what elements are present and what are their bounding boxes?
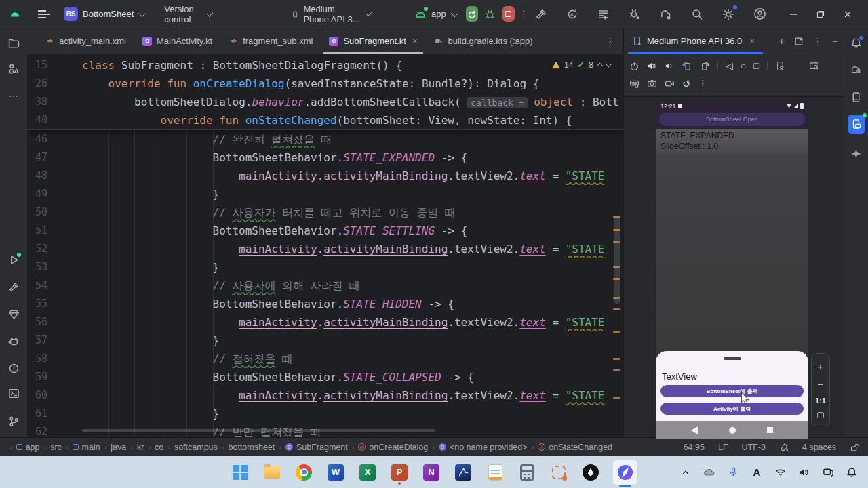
notifications-icon[interactable] [848,34,865,52]
nav-home-icon[interactable] [729,427,736,434]
logcat-icon[interactable] [5,332,22,350]
onenote-button[interactable]: N [422,461,441,484]
breadcrumb-item[interactable]: bottomsheet [228,443,275,452]
code-line[interactable]: 53} [27,258,623,277]
word-button[interactable]: W [326,461,345,484]
breadcrumb-item[interactable]: softcampus [174,443,218,452]
nav-back-icon[interactable] [691,426,698,434]
screenshot-camera-icon[interactable] [647,79,657,89]
print-to-bottomsheet-button[interactable]: BottomSheet에 출력 [660,385,804,397]
breadcrumb-item[interactable]: monCreateDialog [358,443,428,452]
code-line[interactable]: 50// 사용자가 터치를 떼고 위치로 이동 중일 때 [27,203,623,222]
search-icon[interactable] [689,6,705,22]
code-line[interactable]: 48mainActivity.activityMainBinding.textV… [27,167,623,185]
code-line[interactable]: 57} [27,331,623,350]
prev-problem-icon[interactable] [597,63,604,70]
start-button[interactable] [231,461,250,484]
gemini-icon[interactable] [848,145,865,163]
code-line[interactable]: 26override fun onCreateDialog(savedInsta… [27,75,623,93]
warning-stripe-mark[interactable] [613,396,620,399]
breadcrumb-item[interactable]: C<no name provided> [439,443,528,452]
breadcrumb-item[interactable]: java [111,443,126,452]
tab-build-gradle[interactable]: build.gradle.kts (:app) [426,28,541,54]
popout-icon[interactable] [794,37,804,46]
tab-activity-main-xml[interactable]: </> activity_main.xml [37,28,134,54]
volume-tray-icon[interactable] [797,464,811,481]
screen-record-icon[interactable] [665,79,675,89]
warning-stripe-mark[interactable] [613,358,620,360]
gradle-sync-icon[interactable] [658,6,674,22]
notifications-tray-icon[interactable] [845,464,859,481]
rotate-right-icon[interactable] [700,61,710,71]
zoom-out-button[interactable]: − [818,379,824,389]
indent-style[interactable]: 4 spaces [802,443,836,452]
run-configuration[interactable]: app [414,8,456,20]
emulator-more-icon[interactable]: ⋮ [698,79,708,88]
sync-files-icon[interactable]: A [564,6,580,22]
ime-indicator[interactable]: A [750,464,764,481]
device-selector[interactable]: Medium Phone API 3... [292,4,370,24]
print-to-activity-button[interactable]: Activity에 출력 [660,403,804,415]
affinity-button[interactable] [454,461,473,484]
next-problem-icon[interactable] [606,60,612,67]
tab-subfragment-kt[interactable]: C SubFragment.kt × [321,28,425,54]
screen-search-icon[interactable] [809,61,819,71]
drag-handle[interactable] [724,357,741,360]
overview-icon[interactable]: □ [753,61,759,70]
debug-button[interactable] [482,6,498,22]
line-separator[interactable]: LF [718,443,728,452]
highlighting-level-icon[interactable] [779,443,789,452]
running-devices-icon[interactable] [848,115,865,133]
file-explorer-button[interactable] [262,461,281,484]
add-device-icon[interactable]: + [778,35,785,47]
cursor-position[interactable]: 64:95 [684,443,705,452]
more-tool-windows-icon[interactable]: ⋯ [5,87,22,104]
code-editor[interactable]: 15class SubFragment : BottomSheetDialogF… [27,54,623,437]
device-screen[interactable]: 12:21 BottomSheet Open STATE_EXPANDED Sl… [656,100,808,439]
gradle-icon[interactable] [848,61,865,79]
code-line[interactable]: 59BottomSheetBehavior.STATE_COLLAPSED ->… [27,368,623,386]
device-tab[interactable]: Medium Phone API 36.0 × [629,28,757,54]
breadcrumb-item[interactable]: fonStateChanged [538,443,612,452]
build-icon[interactable] [533,6,549,22]
panel-options-icon[interactable]: ⋮ [813,36,823,47]
code-line[interactable]: 38bottomSheetDialog.behavior.addBottomSh… [27,93,623,111]
powerpoint-button[interactable]: P [390,461,409,484]
build-tool-icon[interactable] [5,278,22,296]
warning-stripe-mark[interactable] [613,331,620,333]
home-icon[interactable]: ○ [741,61,746,70]
device-tab-close-icon[interactable]: × [749,36,755,46]
chrome-button[interactable] [294,461,313,484]
tab-options-icon[interactable]: ⋮ [597,36,623,47]
reset-icon[interactable]: ↺ [682,79,691,89]
phone-link-icon[interactable] [821,464,835,481]
minimize-icon[interactable] [780,4,807,24]
main-menu-icon[interactable] [38,10,46,18]
code-line[interactable]: 58// 접혀졌을 때 [27,350,623,368]
code-line[interactable]: 51BottomSheetBehavior.STATE_SETTLING -> … [27,222,623,240]
hardware-input-icon[interactable] [629,79,639,89]
pen-app-button[interactable] [581,461,600,484]
warning-stripe-mark[interactable] [613,369,620,371]
breadcrumb-item[interactable]: app [16,443,40,452]
code-line[interactable]: 40override fun onStateChanged(bottomShee… [27,111,623,129]
tab-mainactivity-kt[interactable]: C MainActivity.kt [134,28,220,54]
version-control-icon[interactable] [5,412,22,430]
project-widget[interactable]: BS BottomSheet [64,7,144,21]
android-studio-button[interactable] [613,461,637,484]
code-line[interactable]: 46// 완전히 펼쳐졌을 때 [27,130,623,148]
run-tool-icon[interactable] [5,251,22,268]
profiler-icon[interactable] [627,6,643,22]
code-line[interactable]: 47BottomSheetBehavior.STATE_EXPANDED -> … [27,148,623,167]
warning-stripe-mark[interactable] [613,308,620,310]
file-encoding[interactable]: UTF-8 [742,443,766,452]
breadcrumb-item[interactable]: CSubFragment [285,443,348,452]
project-tool-icon[interactable] [5,34,22,52]
microphone-icon[interactable] [726,464,740,481]
breadcrumb[interactable]: ›app›src›main›java›kr›co›softcampus›bott… [9,443,612,452]
horizontal-scrollbar[interactable] [82,429,435,432]
back-icon[interactable]: ◁ [726,61,733,70]
zoom-in-button[interactable]: + [818,361,824,371]
more-actions-icon[interactable]: ⋮ [519,11,529,18]
calculator-button[interactable] [517,461,536,484]
